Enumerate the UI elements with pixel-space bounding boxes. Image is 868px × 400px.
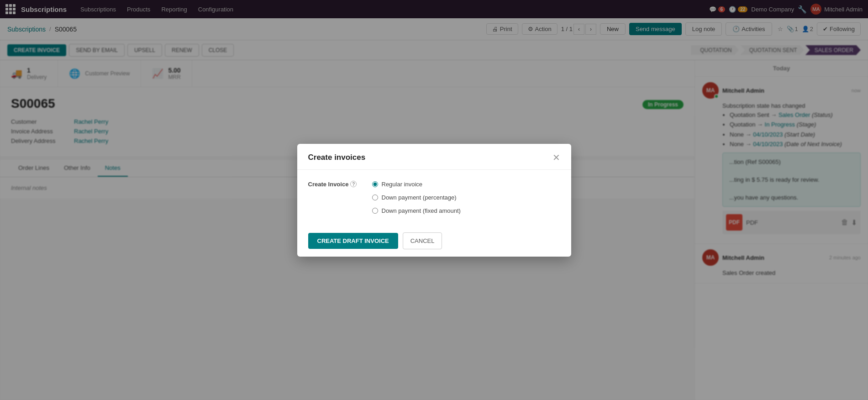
- invoice-type-radio-group: Regular invoice Down payment (percentage…: [372, 181, 461, 214]
- radio-down-pct-label: Down payment (percentage): [382, 194, 457, 201]
- modal-overlay[interactable]: Create invoices ✕ Create Invoice ? Regul…: [0, 0, 868, 400]
- radio-regular-invoice[interactable]: Regular invoice: [372, 181, 461, 188]
- create-invoice-field-label: Create Invoice ?: [308, 181, 372, 188]
- radio-down-fixed-input[interactable]: [372, 208, 378, 214]
- help-icon[interactable]: ?: [350, 181, 357, 187]
- modal-close-button[interactable]: ✕: [552, 153, 560, 162]
- radio-down-fixed-label: Down payment (fixed amount): [382, 207, 461, 214]
- cancel-button[interactable]: CANCEL: [403, 232, 442, 249]
- modal-header: Create invoices ✕: [297, 144, 571, 170]
- radio-down-payment-pct[interactable]: Down payment (percentage): [372, 194, 461, 201]
- modal-title: Create invoices: [308, 153, 366, 162]
- radio-down-pct-input[interactable]: [372, 195, 378, 200]
- create-draft-invoice-button[interactable]: CREATE DRAFT INVOICE: [308, 233, 398, 249]
- radio-regular-label: Regular invoice: [382, 181, 423, 188]
- radio-down-payment-fixed[interactable]: Down payment (fixed amount): [372, 207, 461, 214]
- create-invoice-field-row: Create Invoice ? Regular invoice Down pa…: [308, 181, 560, 214]
- modal-footer: CREATE DRAFT INVOICE CANCEL: [297, 225, 571, 257]
- radio-regular-input[interactable]: [372, 181, 378, 187]
- create-invoices-modal: Create invoices ✕ Create Invoice ? Regul…: [297, 144, 571, 257]
- modal-body: Create Invoice ? Regular invoice Down pa…: [297, 170, 571, 225]
